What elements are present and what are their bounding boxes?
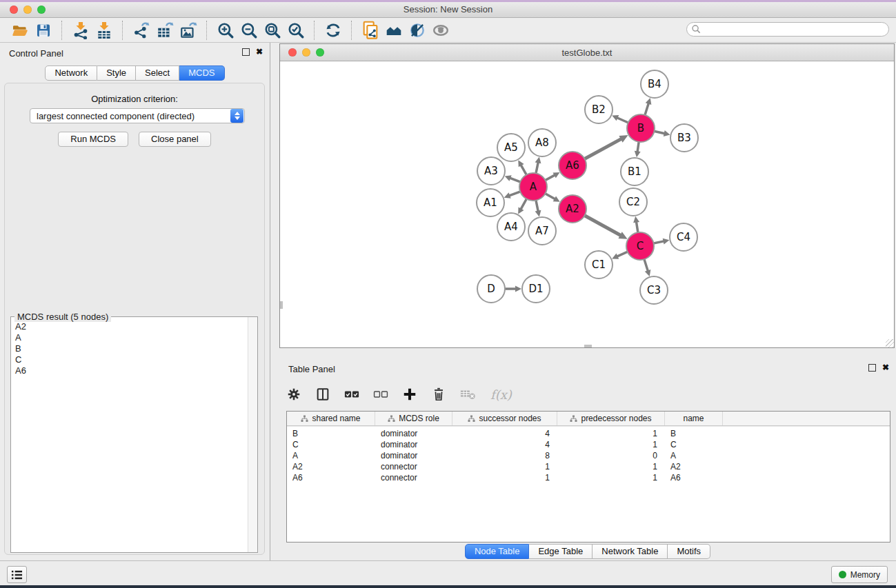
show-all-button[interactable] — [429, 20, 452, 41]
graph-node-label: C1 — [592, 258, 606, 271]
optimization-criterion-select[interactable]: largest connected component (directed) — [30, 108, 245, 123]
save-session-icon — [35, 22, 52, 39]
table-cell[interactable]: 4 — [452, 439, 557, 450]
export-table-button[interactable] — [153, 20, 177, 41]
table-cell[interactable]: dominator — [375, 450, 452, 461]
table-cell[interactable]: C — [665, 439, 723, 450]
mcds-result-item[interactable]: A6 — [11, 365, 248, 376]
tab-node-table[interactable]: Node Table — [465, 544, 530, 559]
mcds-result-item[interactable]: A — [11, 332, 248, 343]
show-columns-button[interactable] — [315, 387, 330, 402]
table-options-button[interactable] — [286, 387, 301, 402]
resize-handle[interactable] — [886, 339, 894, 347]
table-cell[interactable]: A2 — [665, 461, 723, 472]
zoom-out-icon — [240, 21, 258, 39]
table-row[interactable]: A2connector11A2 — [287, 461, 890, 472]
save-session-button[interactable] — [32, 20, 55, 41]
open-session-button[interactable] — [8, 20, 32, 41]
first-neighbors-button[interactable] — [382, 20, 406, 41]
table-cell[interactable]: 1 — [557, 461, 665, 472]
tab-network-table[interactable]: Network Table — [593, 544, 668, 559]
tab-edge-table[interactable]: Edge Table — [529, 544, 593, 559]
export-image-button[interactable] — [177, 20, 200, 41]
table-cell[interactable]: 0 — [557, 450, 665, 461]
table-header-row: shared nameMCDS rolesuccessor nodesprede… — [287, 412, 890, 426]
table-row[interactable]: Bdominator41B — [287, 428, 890, 439]
tab-mcds[interactable]: MCDS — [179, 65, 224, 81]
export-image-icon — [179, 21, 197, 39]
mcds-result-item[interactable]: C — [11, 354, 248, 365]
import-table-button[interactable] — [92, 20, 116, 41]
graph-node-label: A3 — [484, 165, 498, 177]
scrollbar-track[interactable] — [248, 317, 257, 552]
table-cell[interactable]: connector — [375, 461, 452, 472]
table-cell[interactable]: C — [287, 439, 375, 450]
hide-selected-button[interactable] — [406, 20, 429, 41]
deselect-all-button[interactable] — [373, 389, 388, 399]
zoom-out-button[interactable] — [237, 20, 261, 41]
column-header-mcds-role[interactable]: MCDS role — [375, 412, 452, 425]
table-cell[interactable]: A6 — [665, 472, 723, 483]
vertical-scroll-indicator[interactable] — [280, 301, 283, 309]
function-builder-button[interactable]: f(x) — [490, 387, 512, 402]
mcds-result-item[interactable]: A2 — [11, 321, 248, 332]
graph-edge-arrowhead — [515, 286, 521, 292]
table-cell[interactable]: dominator — [375, 428, 452, 439]
task-history-button[interactable] — [7, 566, 27, 583]
table-cell[interactable]: 4 — [452, 428, 557, 439]
status-bar: Memory — [0, 560, 896, 585]
mcds-result-item[interactable]: B — [11, 343, 248, 354]
tab-network[interactable]: Network — [45, 65, 97, 81]
float-panel-icon[interactable] — [868, 364, 876, 372]
tab-motifs[interactable]: Motifs — [668, 544, 710, 559]
tab-select[interactable]: Select — [136, 65, 179, 81]
memory-button[interactable]: Memory — [831, 566, 888, 583]
tree-icon — [468, 415, 475, 423]
table-cell[interactable]: 1 — [557, 428, 665, 439]
table-cell[interactable]: 8 — [452, 450, 557, 461]
column-header-successor-nodes[interactable]: successor nodes — [452, 412, 557, 425]
create-column-button[interactable] — [402, 387, 417, 402]
zoom-selected-button[interactable] — [284, 20, 308, 41]
delete-table-button[interactable] — [460, 388, 477, 401]
table-cell[interactable]: B — [665, 428, 723, 439]
table-cell[interactable]: A — [665, 450, 723, 461]
run-mcds-button[interactable]: Run MCDS — [58, 132, 128, 147]
table-row[interactable]: Adominator80A — [287, 450, 890, 461]
close-panel-icon[interactable]: ✖ — [882, 364, 889, 372]
table-row[interactable]: Cdominator41C — [287, 439, 890, 450]
table-cell[interactable]: 1 — [452, 461, 557, 472]
table-cell[interactable]: A2 — [287, 461, 375, 472]
graph-node-label: A4 — [504, 221, 518, 233]
table-cell[interactable]: 1 — [557, 472, 665, 483]
network-canvas[interactable]: B4B2BB3B1A5A8A3A6AA1A2A4A7C2C4CC1C3DD1 — [280, 61, 894, 347]
table-cell[interactable]: dominator — [375, 439, 452, 450]
function-builder-icon: f(x) — [490, 387, 512, 402]
refresh-button[interactable] — [321, 20, 345, 41]
network-view-window: testGlobe.txt B4B2BB3B1A5A8A3A6AA1A2A4A7… — [279, 43, 895, 348]
new-network-from-selection-button[interactable] — [359, 20, 382, 41]
export-network-button[interactable] — [130, 20, 153, 41]
column-header-shared-name[interactable]: shared name — [287, 412, 375, 425]
column-header-predecessor-nodes[interactable]: predecessor nodes — [557, 412, 665, 425]
select-all-button[interactable] — [344, 389, 359, 399]
zoom-in-button[interactable] — [214, 20, 237, 41]
table-cell[interactable]: A — [287, 450, 375, 461]
horizontal-scroll-indicator[interactable] — [584, 345, 592, 347]
table-cell[interactable]: 1 — [557, 439, 665, 450]
table-row[interactable]: A6connector11A6 — [287, 472, 890, 483]
close-panel-icon[interactable]: ✖ — [256, 48, 263, 56]
table-cell[interactable]: connector — [375, 472, 452, 483]
delete-columns-button[interactable] — [431, 387, 446, 402]
zoom-fit-button[interactable] — [261, 20, 284, 41]
search-field[interactable] — [686, 22, 889, 37]
tab-style[interactable]: Style — [97, 65, 136, 81]
table-cell[interactable]: 1 — [452, 472, 557, 483]
close-panel-button[interactable]: Close panel — [139, 132, 211, 147]
table-cell[interactable]: B — [287, 428, 375, 439]
search-input[interactable] — [701, 23, 888, 36]
column-header-name[interactable]: name — [665, 412, 723, 425]
import-network-button[interactable] — [69, 20, 92, 41]
table-cell[interactable]: A6 — [287, 472, 375, 483]
float-panel-icon[interactable] — [242, 48, 250, 56]
